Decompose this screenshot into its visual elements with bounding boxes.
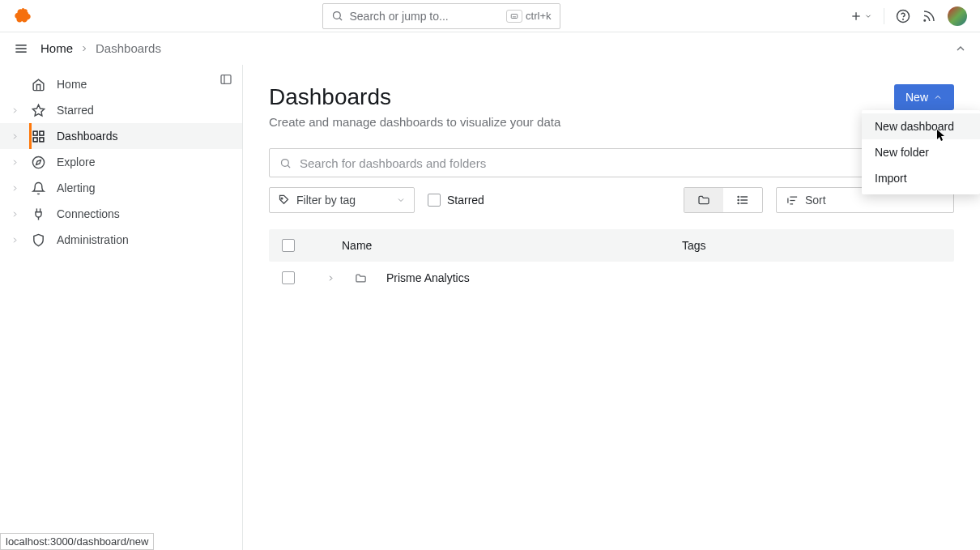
divider xyxy=(884,8,884,24)
menu-item-new-dashboard[interactable]: New dashboard xyxy=(862,113,980,139)
sidebar-item-label: Starred xyxy=(57,104,94,117)
folder-icon xyxy=(697,194,710,207)
dashboard-search-input[interactable] xyxy=(269,148,954,177)
sidebar-item-label: Connections xyxy=(57,207,120,220)
star-icon xyxy=(31,104,45,117)
quick-add-button[interactable] xyxy=(850,10,872,23)
sidebar-item-label: Administration xyxy=(57,233,129,246)
chevron-down-icon xyxy=(396,195,406,205)
sidebar-item-starred[interactable]: Starred xyxy=(0,97,242,123)
breadcrumb-home[interactable]: Home xyxy=(40,41,73,55)
svg-rect-18 xyxy=(39,137,43,141)
column-header-tags[interactable]: Tags xyxy=(682,239,941,252)
home-icon xyxy=(31,78,45,92)
svg-point-23 xyxy=(281,198,283,199)
global-search-input[interactable]: ctrl+k xyxy=(322,3,560,29)
sidebar-item-administration[interactable]: Administration xyxy=(0,227,242,253)
svg-rect-16 xyxy=(39,131,43,135)
svg-point-8 xyxy=(924,19,926,21)
sidebar-item-dashboards[interactable]: Dashboards xyxy=(0,123,242,149)
tag-filter-select[interactable]: Filter by tag xyxy=(269,187,415,213)
chevron-right-icon xyxy=(10,132,19,141)
chevron-right-icon xyxy=(10,106,19,115)
search-icon xyxy=(331,10,343,22)
menu-item-new-folder[interactable]: New folder xyxy=(862,139,980,165)
menu-toggle-button[interactable] xyxy=(13,41,29,57)
svg-point-29 xyxy=(738,203,739,203)
svg-point-21 xyxy=(282,159,289,166)
starred-filter-checkbox[interactable]: Starred xyxy=(428,194,484,207)
chevron-up-icon xyxy=(933,92,943,102)
user-avatar[interactable] xyxy=(948,6,967,26)
view-list-button[interactable] xyxy=(723,188,762,212)
table-row: Prisme Analytics xyxy=(269,262,954,294)
page-title: Dashboards xyxy=(269,84,560,110)
view-toggle xyxy=(684,187,763,213)
menu-item-import[interactable]: Import xyxy=(862,165,980,191)
chevron-right-icon xyxy=(10,210,19,219)
breadcrumb-current: Dashboards xyxy=(96,41,161,55)
svg-point-28 xyxy=(738,199,739,200)
chevron-right-icon xyxy=(79,44,89,53)
svg-marker-14 xyxy=(32,104,44,115)
svg-point-19 xyxy=(32,156,44,168)
page-subtitle: Create and manage dashboards to visualiz… xyxy=(269,115,560,129)
sidebar-item-connections[interactable]: Connections xyxy=(0,201,242,227)
sidebar: Home Starred Dashboards Explore Alerting… xyxy=(0,65,243,550)
expand-row-button[interactable] xyxy=(326,274,335,283)
sidebar-item-explore[interactable]: Explore xyxy=(0,149,242,175)
svg-line-1 xyxy=(339,18,342,20)
plug-icon xyxy=(31,207,45,221)
folder-icon xyxy=(355,272,367,284)
svg-rect-15 xyxy=(33,131,37,135)
sidebar-item-label: Dashboards xyxy=(57,130,118,143)
chevron-right-icon xyxy=(10,184,19,193)
svg-line-22 xyxy=(288,165,290,168)
search-icon xyxy=(279,157,292,169)
sidebar-item-label: Explore xyxy=(57,156,95,168)
svg-rect-17 xyxy=(33,137,37,141)
sort-icon xyxy=(786,194,799,207)
tag-icon xyxy=(278,194,290,207)
svg-point-27 xyxy=(738,196,739,197)
column-header-name[interactable]: Name xyxy=(342,239,372,252)
bell-icon xyxy=(31,181,45,195)
breadcrumb: Home Dashboards xyxy=(40,41,161,55)
select-all-checkbox[interactable] xyxy=(282,239,295,252)
new-button[interactable]: New xyxy=(894,84,954,110)
help-button[interactable] xyxy=(896,9,910,23)
new-dropdown-menu: New dashboard New folder Import xyxy=(862,110,980,194)
row-name-link[interactable]: Prisme Analytics xyxy=(386,271,470,284)
list-icon xyxy=(736,194,749,207)
svg-point-0 xyxy=(333,12,340,19)
keyboard-shortcut-hint: ctrl+k xyxy=(506,10,551,23)
chevron-right-icon xyxy=(10,158,19,167)
sidebar-item-label: Alerting xyxy=(57,181,95,194)
sidebar-item-home[interactable]: Home xyxy=(0,71,242,97)
status-bar: localhost:3000/dashboard/new xyxy=(0,533,154,550)
grafana-logo-icon[interactable] xyxy=(13,6,32,26)
shield-icon xyxy=(31,233,45,247)
grid-icon xyxy=(31,130,45,143)
row-checkbox[interactable] xyxy=(282,271,295,284)
svg-rect-2 xyxy=(511,14,518,18)
table-header: Name Tags xyxy=(269,229,954,262)
news-button[interactable] xyxy=(922,9,936,23)
chevron-right-icon xyxy=(10,236,19,245)
svg-point-7 xyxy=(903,19,904,19)
collapse-header-button[interactable] xyxy=(954,42,967,55)
sidebar-item-label: Home xyxy=(57,78,87,91)
view-folders-button[interactable] xyxy=(684,188,723,212)
compass-icon xyxy=(31,156,45,169)
sidebar-item-alerting[interactable]: Alerting xyxy=(0,175,242,201)
svg-marker-20 xyxy=(36,160,40,164)
